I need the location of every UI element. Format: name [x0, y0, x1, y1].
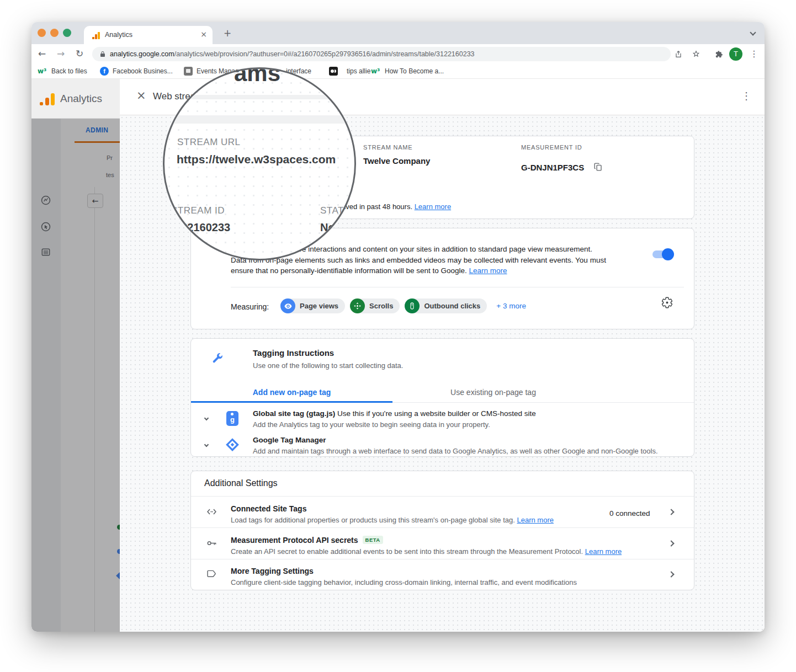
gtm-expand-chevron-icon[interactable] — [204, 442, 209, 447]
magnified-stream-id-label: STREAM ID — [171, 205, 225, 216]
magnified-divider — [164, 95, 354, 99]
measurement-protocol-subtitle: Create an API secret to enable additiona… — [231, 547, 622, 556]
profile-avatar[interactable]: T — [729, 47, 742, 61]
modal-scrim — [31, 119, 120, 632]
bookmark-star-icon[interactable] — [692, 50, 701, 58]
gtag-expand-chevron-icon[interactable] — [204, 416, 209, 420]
protocol-learn-more-link[interactable]: Learn more — [585, 547, 622, 556]
magnified-stream-url-value: https://twelve.w3spaces.com — [177, 153, 336, 166]
measuring-chips: Page views Scrolls Outbound clicks + 3 m… — [280, 298, 526, 313]
enhanced-learn-more-link[interactable]: Learn more — [469, 266, 507, 275]
api-key-icon — [206, 537, 217, 549]
additional-settings-card: Additional Settings Connected Site Tags … — [190, 471, 694, 590]
stream-name-label: STREAM NAME — [363, 144, 412, 151]
row-chevron-right-icon[interactable] — [668, 540, 674, 546]
facebook-icon: f — [100, 67, 109, 76]
bookmark-tips-allie[interactable]: tips allie — [347, 67, 370, 75]
stream-name-value: Twelve Company — [363, 156, 430, 166]
tab-close-icon[interactable]: × — [200, 30, 207, 39]
copy-icon[interactable] — [593, 162, 603, 172]
ga-favicon — [92, 31, 100, 40]
extensions-puzzle-icon[interactable] — [714, 50, 724, 59]
tab-search-chevron-icon[interactable] — [750, 29, 756, 35]
scrolls-icon — [350, 298, 365, 313]
reload-icon[interactable]: ↻ — [73, 48, 86, 59]
events-manager-icon — [184, 67, 193, 76]
w3schools-icon: w³ — [371, 67, 380, 75]
gtm-row-subtitle: Add and maintain tags through a web inte… — [253, 447, 658, 455]
card-divider — [191, 527, 694, 528]
row-chevron-right-icon[interactable] — [668, 509, 674, 515]
bookmark-how-to-become[interactable]: How To Become a... — [385, 67, 444, 75]
more-tagging-settings-title: More Tagging Settings — [231, 567, 314, 575]
forward-icon[interactable]: → — [55, 48, 67, 59]
gtm-row-title[interactable]: Google Tag Manager — [253, 436, 326, 444]
browser-window: Analytics × + ← → ↻ analytics.google.com… — [31, 22, 765, 632]
bookmark-facebook-business[interactable]: Facebook Busines... — [113, 67, 173, 75]
status-learn-more-link[interactable]: Learn more — [415, 202, 451, 211]
gtag-row-title[interactable]: Global site tag (gtag.js) Use this if yo… — [253, 409, 536, 418]
back-icon[interactable]: ← — [36, 48, 48, 59]
card-divider — [231, 287, 684, 287]
bookmarks-bar: w³ Back to files f Facebook Busines... E… — [31, 64, 765, 79]
magnified-header-fragment: ams — [234, 67, 280, 87]
gtag-icon: g — [226, 411, 238, 426]
tagging-instructions-card: Tagging Instructions Use one of the foll… — [190, 338, 694, 457]
google-tag-manager-icon — [224, 436, 241, 453]
window-control-zoom[interactable] — [63, 29, 71, 37]
magnifier-overlay: ams STREAM URL https://twelve.w3spaces.c… — [163, 67, 356, 260]
tagging-settings-label-icon — [206, 568, 217, 580]
page-content: Analytics ADMIN Pr tes ← — [31, 79, 765, 632]
row-chevron-right-icon[interactable] — [668, 571, 674, 577]
ga-top-bar: Analytics — [31, 79, 120, 119]
measurement-settings-gear-icon[interactable] — [661, 296, 673, 309]
tab-analytics[interactable]: Analytics × — [84, 26, 213, 44]
connected-learn-more-link[interactable]: Learn more — [517, 516, 553, 524]
connected-site-tags-subtitle: Load tags for additional properties or p… — [231, 516, 554, 524]
tips-allie-icon — [329, 67, 338, 76]
chip-page-views[interactable]: Page views — [280, 298, 345, 313]
browser-menu-kebab-icon[interactable]: ⋮ — [750, 49, 758, 59]
tab-title: Analytics — [105, 31, 132, 39]
panel-menu-kebab-icon[interactable]: ⋮ — [741, 90, 751, 102]
beta-badge: BETA — [363, 536, 383, 544]
close-icon[interactable]: × — [136, 89, 146, 102]
window-control-minimize[interactable] — [50, 29, 59, 37]
more-tagging-settings-subtitle: Configure client-side tagging behavior, … — [231, 578, 577, 586]
tagging-subtitle: Use one of the following to start collec… — [253, 361, 403, 370]
ga-background: Analytics ADMIN Pr tes ← — [31, 79, 120, 632]
wrench-icon — [211, 352, 224, 365]
page-views-eye-icon — [280, 298, 295, 313]
measurement-id-value: G-DNJN1PF3CS — [521, 163, 584, 172]
lock-icon — [99, 51, 106, 57]
ga-brand: Analytics — [60, 93, 102, 105]
measurement-protocol-title: Measurement Protocol API secretsBETA — [231, 536, 383, 545]
additional-settings-heading: Additional Settings — [204, 478, 278, 488]
outbound-clicks-mouse-icon — [405, 298, 420, 313]
url-bar[interactable]: analytics.google.com/analytics/web/provi… — [92, 47, 671, 61]
new-tab-button[interactable]: + — [221, 27, 234, 39]
share-icon[interactable] — [674, 50, 683, 58]
url-text: analytics.google.com/analytics/web/provi… — [110, 47, 662, 61]
card-divider — [191, 496, 694, 497]
more-measuring-link[interactable]: + 3 more — [496, 302, 526, 310]
active-tab-underline — [191, 401, 392, 403]
ga-logo-icon — [40, 91, 55, 106]
window-control-close[interactable] — [38, 29, 46, 37]
browser-toolbar: ← → ↻ analytics.google.com/analytics/web… — [31, 44, 765, 64]
tab-add-new-on-page-tag[interactable]: Add new on-page tag — [191, 383, 392, 403]
chip-outbound-clicks[interactable]: Outbound clicks — [405, 298, 487, 313]
magnified-stream-url-label: STREAM URL — [177, 137, 241, 148]
enhanced-measurement-toggle[interactable] — [652, 250, 672, 258]
connected-site-tags-title: Connected Site Tags — [231, 504, 306, 513]
tab-use-existing-on-page-tag[interactable]: Use existing on-page tag — [392, 383, 594, 403]
toggle-thumb — [662, 248, 674, 260]
tagging-title: Tagging Instructions — [253, 348, 334, 358]
chip-scrolls[interactable]: Scrolls — [350, 298, 400, 313]
card-divider — [191, 559, 694, 559]
tab-strip: Analytics × + — [31, 22, 765, 44]
bookmark-back-to-files[interactable]: Back to files — [51, 67, 87, 75]
connected-tags-code-icon — [206, 506, 217, 518]
w3schools-icon: w³ — [38, 67, 46, 75]
tagging-tabs: Add new on-page tag Use existing on-page… — [191, 383, 694, 403]
